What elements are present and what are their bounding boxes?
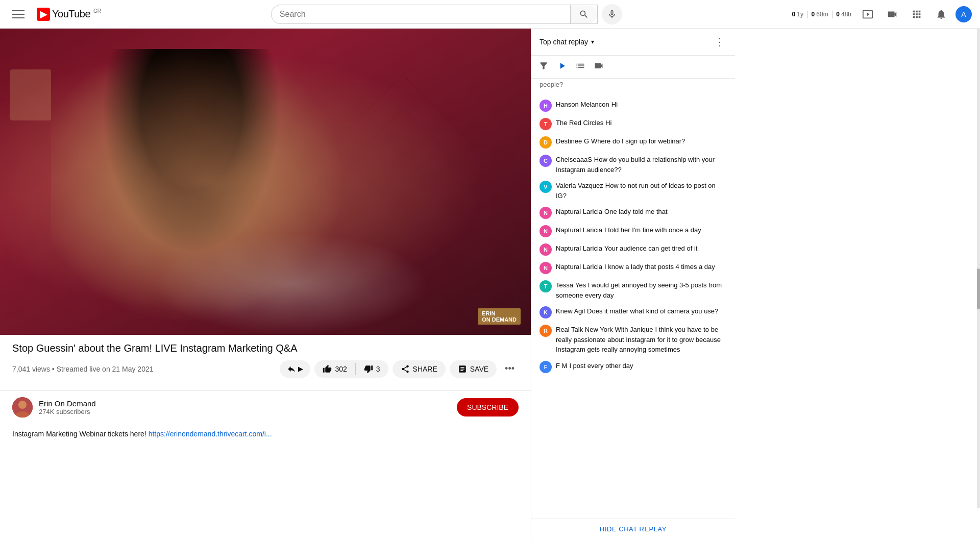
youtube-studio-button[interactable] [857,4,878,24]
video-area: ERINON DEMAND Stop Guessin' about the Gr… [0,29,531,539]
chat-message-content: Naptural LariciaYour audience can get ti… [556,243,727,254]
chat-message[interactable]: DDestinee GWhere do I sign up for webina… [531,133,735,152]
svg-point-4 [18,401,27,409]
video-views: 7,041 views • Streamed live on 21 May 20… [12,365,154,373]
video-player[interactable]: ERINON DEMAND [0,29,531,335]
chat-title-button[interactable]: Top chat replay ▾ [540,38,594,46]
search-bar [271,5,598,24]
notifications-icon [936,9,947,20]
chat-message[interactable]: KKnew AgilDoes it matter what kind of ca… [531,303,735,322]
chat-message[interactable]: NNaptural LariciaYour audience can get t… [531,240,735,259]
more-options-button[interactable]: ••• [501,359,519,378]
chat-message-content: Valeria VazquezHow to not run out of ide… [556,181,727,201]
like-button[interactable]: 302 [314,360,355,378]
search-button[interactable] [570,5,597,23]
chat-message[interactable]: VValeria VazquezHow to not run out of id… [531,178,735,204]
header-center [101,4,792,24]
subscribe-button[interactable]: SUBSCRIBE [457,398,519,416]
chat-message[interactable]: TTessaYes I would get annoyed by seeing … [531,277,735,303]
chat-message[interactable]: FF MI post every other day [531,358,735,376]
chat-message[interactable]: CChelseaaaSHow do you build a relationsh… [531,152,735,178]
clip-icon [287,364,296,374]
header: ▶ YouTube GR 0 1y | [0,0,980,29]
chat-avatar: R [540,325,552,337]
chat-message-content: Naptural LariciaI know a lady that posts… [556,262,727,272]
chat-message[interactable]: RReal Talk New York With JaniqueI think … [531,322,735,358]
video-overlay [0,29,531,335]
microphone-icon [607,9,617,19]
video-meta-row: 7,041 views • Streamed live on 21 May 20… [12,359,519,378]
create-button[interactable] [882,4,902,24]
stat-1-label: 60m [816,11,828,18]
chat-filter-button[interactable] [535,58,552,76]
thumbs-up-icon [323,364,332,374]
chat-message-text: I told her I'm fine with once a day [604,226,701,234]
chat-scrollbar-track [977,29,980,508]
channel-info: Erin On Demand 274K subscribers [39,399,457,415]
share-button[interactable]: SHARE [393,360,446,378]
chat-title-label: Top chat replay [540,38,588,46]
save-icon [458,364,467,374]
stat-0: 0 1y [792,11,803,18]
save-button[interactable]: SAVE [450,360,497,378]
chat-avatar: K [540,306,552,318]
chat-username: F M [556,362,567,370]
clip-button[interactable]: ▶ [280,360,310,378]
stat-2: 0 48h [836,11,851,18]
chat-message-text: Yes I would get annoyed by seeing 3-5 po… [556,281,722,299]
chat-message-text: One lady told me that [604,208,668,215]
chat-messages[interactable]: HHanson MelanconHiTThe Red CirclesHiDDes… [531,92,735,519]
chat-avatar: N [540,262,552,274]
dislike-count: 3 [376,365,380,373]
chat-play-button[interactable] [554,58,570,76]
voice-search-button[interactable] [602,4,622,24]
search-input[interactable] [272,6,570,23]
logo[interactable]: ▶ YouTube GR [37,8,101,21]
chat-username: Hanson Melancon [556,101,609,108]
chat-list-button[interactable] [572,58,589,76]
chat-username: Tessa [556,281,573,289]
chat-message-text: I know a lady that posts 4 times a day [604,263,715,271]
chat-message[interactable]: NNaptural LariciaI told her I'm fine wit… [531,222,735,240]
stat-1-value: 0 [812,11,815,18]
chat-sidebar: Top chat replay ▾ ⋮ [531,29,735,539]
chat-message[interactable]: NNaptural LariciaI know a lady that post… [531,259,735,277]
chat-username: Valeria Vazquez [556,182,603,189]
account-avatar[interactable]: A [955,6,972,22]
chat-avatar: F [540,361,552,373]
youtube-logo-icon: ▶ [37,8,50,21]
like-dislike-group: 302 3 [314,360,388,378]
chat-avatar: N [540,243,552,256]
chat-more-button[interactable]: ⋮ [713,34,727,50]
chat-video-button[interactable] [591,58,607,76]
chat-scrollbar-thumb[interactable] [977,268,980,309]
channel-avatar [12,397,33,418]
chat-username: Naptural Laricia [556,208,602,215]
chat-message-content: TessaYes I would get annoyed by seeing 3… [556,280,727,300]
channel-name: Erin On Demand [39,399,457,408]
logo-text: YouTube [52,8,90,20]
chat-avatar: T [540,118,552,130]
chat-message[interactable]: TThe Red CirclesHi [531,115,735,133]
create-icon [887,9,898,20]
chat-avatar: C [540,155,552,167]
chat-username: Real Talk New York With Janique [556,326,653,333]
chat-toolbar [531,56,735,79]
apps-button[interactable] [906,4,927,24]
chat-message-content: The Red CirclesHi [556,118,727,128]
main-content: ERINON DEMAND Stop Guessin' about the Gr… [0,29,980,539]
share-icon [401,364,410,374]
chat-message[interactable]: NNaptural LariciaOne lady told me that [531,204,735,222]
description-link[interactable]: https://erinondemand.thrivecart.com/i... [149,430,272,438]
stat-2-value: 0 [836,11,840,18]
share-label: SHARE [413,365,437,373]
hide-chat-button[interactable]: HIDE CHAT REPLAY [531,519,735,539]
chat-header: Top chat replay ▾ ⋮ [531,29,735,56]
hamburger-button[interactable] [8,4,29,24]
dislike-button[interactable]: 3 [356,360,388,378]
logo-country: GR [93,8,101,14]
chat-message[interactable]: HHanson MelanconHi [531,96,735,115]
chat-username: Knew Agil [556,307,585,315]
play-icon [557,61,567,71]
notifications-button[interactable] [931,4,951,24]
